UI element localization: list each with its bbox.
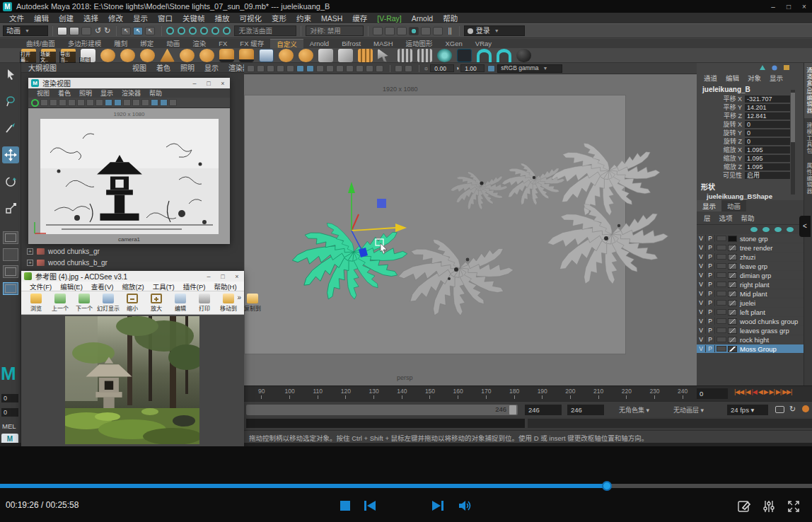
acdsee-menu-item[interactable]: 缩放(Z) — [117, 282, 148, 291]
shelf-tab[interactable]: MASH — [367, 39, 399, 48]
eye-icon[interactable] — [750, 227, 758, 232]
shelf-tab[interactable]: 运动图形 — [400, 39, 439, 48]
shelf-button[interactable] — [358, 49, 373, 62]
menuset-dropdown[interactable]: 动画▼ — [3, 25, 48, 36]
rotate-tool-icon[interactable] — [2, 173, 19, 190]
layer-visible-toggle[interactable]: V — [697, 262, 706, 269]
ipr-render-icon[interactable] — [397, 27, 407, 35]
shelf-button[interactable] — [219, 49, 234, 62]
fps-dropdown[interactable]: 24 fps ▾ — [727, 405, 768, 415]
shelf-button[interactable] — [180, 49, 195, 62]
acdsee-image-area[interactable] — [21, 315, 244, 446]
shelf-button[interactable] — [457, 49, 472, 62]
channelbox-menu-item[interactable]: 对象 — [745, 73, 764, 83]
layer-menu-item[interactable]: 选项 — [715, 213, 737, 223]
progress-bar[interactable] — [0, 484, 812, 488]
layer-playback-toggle[interactable]: P — [706, 345, 715, 352]
layer-color-swatch[interactable] — [728, 291, 737, 297]
menu-item[interactable]: 缓存 — [347, 13, 372, 23]
layer-playback-toggle[interactable]: P — [706, 235, 715, 242]
playback-start-field[interactable]: 246 — [525, 405, 562, 415]
window-control-button[interactable]: □ — [202, 80, 216, 87]
menu-item[interactable]: 显示 — [128, 13, 153, 23]
menu-item[interactable]: 帮助 — [438, 13, 463, 23]
shelf-button[interactable]: 场景文.. — [41, 49, 56, 62]
channel-value-field[interactable]: 0 — [745, 138, 790, 145]
layer-playback-toggle[interactable]: P — [706, 336, 715, 343]
playback-end-field[interactable]: 246 — [567, 405, 604, 415]
shelf-tab[interactable]: VRay — [469, 39, 498, 48]
channel-value-field[interactable]: 0 — [745, 129, 790, 137]
character-set-dropdown[interactable]: 无角色集 ▾ — [619, 405, 649, 414]
render-view-titlebar[interactable]: M 渲染视图 –□× — [28, 78, 230, 88]
render-region-icon[interactable] — [50, 99, 57, 106]
layer-mode-box[interactable] — [717, 236, 726, 241]
shelf-tab[interactable]: FX — [212, 39, 233, 48]
playback-button[interactable]: ▶ — [764, 388, 768, 395]
acdsee-toolbar-button[interactable]: 缩小 — [120, 294, 144, 312]
shelf-button[interactable] — [477, 49, 492, 62]
shelf-button[interactable] — [497, 49, 511, 62]
layer-visible-toggle[interactable]: V — [697, 235, 706, 242]
progress-knob[interactable] — [602, 481, 612, 491]
layer-row[interactable]: V P tree render — [697, 243, 804, 252]
view-transform-icon[interactable] — [160, 99, 168, 106]
acdsee-menu-item[interactable]: 工具(T) — [149, 282, 179, 291]
layer-menu-item[interactable]: 层 — [700, 213, 715, 223]
window-control-button[interactable]: × — [230, 273, 244, 280]
layer-mode-box[interactable] — [717, 327, 726, 333]
menu-item[interactable]: 文件 — [4, 13, 29, 23]
display-rgb-icon[interactable] — [105, 99, 112, 106]
layer-visible-toggle[interactable]: V — [697, 345, 706, 352]
eye-icon[interactable] — [787, 227, 794, 232]
layer-playback-toggle[interactable]: P — [706, 262, 715, 269]
open-scene-icon[interactable] — [69, 27, 79, 35]
layer-playback-toggle[interactable]: P — [706, 327, 715, 334]
snap-grid-icon[interactable] — [166, 27, 174, 35]
acdsee-toolbar-button[interactable]: 幻灯显示 — [96, 294, 120, 312]
acdsee-toolbar-button[interactable]: 编辑 — [168, 294, 192, 312]
layer-row[interactable]: V P rock hight — [697, 335, 804, 344]
playback-button[interactable]: ▶| — [770, 388, 775, 395]
render-view-menu-item[interactable]: 视图 — [33, 88, 54, 98]
expand-icon[interactable]: + — [27, 260, 33, 266]
shelf-tab[interactable]: 绑定 — [134, 39, 160, 48]
sidebar-collapse-chevron[interactable]: < — [799, 216, 811, 237]
layer-color-swatch[interactable] — [728, 236, 737, 242]
acdsee-toolbar-button[interactable]: 复制到 — [240, 294, 265, 312]
select-tool-icon[interactable] — [2, 66, 19, 83]
outliner-row[interactable]: + wood chunks_b_gr — [21, 257, 244, 268]
layer-visible-toggle[interactable]: V — [697, 253, 706, 260]
layer-color-swatch[interactable] — [728, 282, 737, 288]
channelbox-scrollbar[interactable] — [791, 90, 795, 195]
window-control-button[interactable]: – — [765, 3, 781, 11]
eye-icon[interactable] — [775, 227, 782, 232]
next-button[interactable] — [430, 499, 446, 513]
shelf-tab[interactable]: 动画 — [160, 39, 186, 48]
layer-color-swatch[interactable] — [728, 263, 737, 269]
layer-row[interactable]: V P stone grp — [697, 234, 804, 243]
layer-menu-item[interactable]: 帮助 — [737, 213, 759, 223]
shelf-button[interactable] — [100, 49, 115, 62]
render-settings-icon[interactable] — [68, 99, 76, 106]
viewport-canvas[interactable] — [244, 63, 697, 385]
fullscreen-button[interactable] — [787, 499, 801, 516]
screenshot-note-button[interactable] — [737, 499, 751, 516]
layer-playback-toggle[interactable]: P — [706, 290, 715, 297]
shelf-tab[interactable]: Arnold — [303, 39, 335, 48]
move-tool-icon[interactable] — [2, 146, 19, 163]
redo-icon[interactable]: ↻ — [104, 26, 110, 35]
shelf-tab[interactable]: FX 缓存 — [233, 39, 270, 48]
window-control-button[interactable]: – — [187, 80, 202, 87]
acdsee-menu-item[interactable]: 文件(F) — [25, 282, 56, 291]
redo-render-icon[interactable] — [40, 99, 48, 106]
shelf-button[interactable] — [259, 49, 274, 62]
channel-value-field[interactable]: 0 — [745, 121, 790, 128]
snap-projected-center-icon[interactable] — [200, 27, 208, 35]
sidebar-vertical-tab[interactable]: 建模工具包 — [804, 118, 812, 158]
channel-value-field[interactable]: 1.095 — [745, 146, 790, 153]
layer-row[interactable]: V P dimian grp — [697, 271, 804, 279]
layer-mode-box[interactable] — [717, 254, 726, 260]
ipr-stop-icon[interactable] — [31, 99, 39, 107]
layer-row[interactable]: V P left plant — [697, 308, 804, 316]
